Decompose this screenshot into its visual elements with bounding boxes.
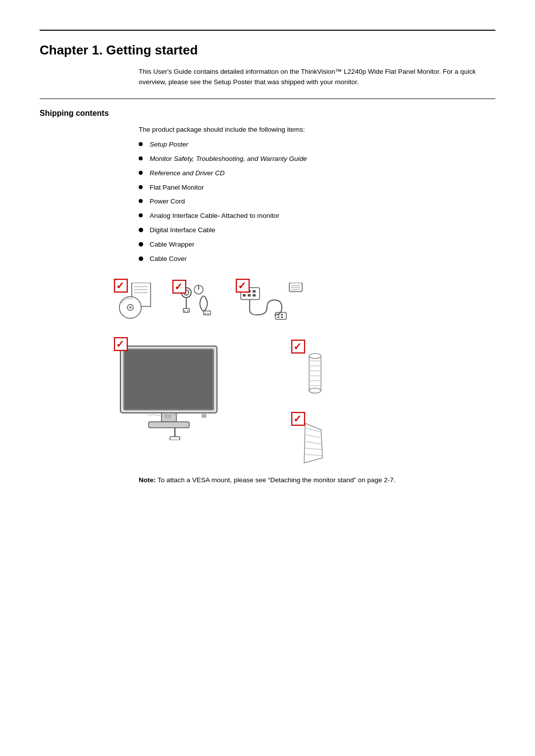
list-item: Flat Panel Monitor: [139, 183, 495, 193]
svg-rect-36: [281, 316, 283, 318]
bottom-row: ✓: [114, 337, 330, 465]
chapter-heading: Chapter 1. Getting started: [40, 43, 495, 58]
list-item: Digital Interface Cable: [139, 226, 495, 235]
top-row-items: ✓: [114, 279, 304, 322]
svg-text:✓: ✓: [293, 413, 302, 424]
svg-rect-50: [202, 414, 206, 417]
shipping-intro: The product package should include the f…: [139, 126, 495, 133]
svg-rect-28: [243, 294, 246, 297]
bullet-icon: [139, 199, 143, 203]
svg-text:✓: ✓: [238, 280, 246, 291]
bullet-icon: [139, 228, 143, 232]
svg-line-68: [306, 442, 321, 444]
bullet-icon: [139, 242, 143, 247]
list-item: Reference and Driver CD: [139, 169, 495, 178]
svg-line-70: [305, 454, 322, 455]
shipping-items-list: Setup Poster Monitor Safety, Troubleshoo…: [139, 140, 495, 264]
note-section: Note: To attach a VESA mount, please see…: [139, 475, 495, 486]
checkbox-icon: ✓: [114, 337, 128, 351]
svg-rect-49: [170, 437, 180, 440]
note-body: To attach a VESA mount, please see “Deta…: [156, 476, 396, 484]
svg-rect-14: [183, 308, 189, 312]
svg-text:✓: ✓: [174, 281, 183, 292]
svg-rect-35: [277, 316, 279, 318]
bullet-icon: [139, 156, 143, 160]
intro-paragraph: This User's Guide contains detailed info…: [139, 67, 495, 88]
bullet-icon: [139, 256, 143, 261]
monitor-icon: |O|: [118, 341, 232, 440]
connectors-group: ✓: [236, 279, 304, 322]
item-text: Digital Interface Cable: [150, 226, 215, 235]
svg-rect-33: [277, 314, 279, 315]
right-items: ✓: [291, 340, 330, 465]
item-text: Reference and Driver CD: [150, 169, 225, 178]
checkbox-icon: ✓: [114, 279, 128, 293]
svg-rect-45: [125, 350, 213, 409]
svg-rect-27: [253, 290, 256, 293]
svg-rect-29: [248, 294, 251, 297]
list-item: Setup Poster: [139, 140, 495, 150]
svg-rect-19: [204, 311, 211, 315]
cables-group: ✓: [172, 280, 216, 321]
svg-text:✓: ✓: [293, 341, 302, 352]
page-container: Chapter 1. Getting started This User's G…: [0, 30, 535, 756]
item-text: Cable Wrapper: [150, 240, 195, 250]
cable-wrapper-group: ✓: [295, 344, 330, 398]
svg-point-54: [309, 353, 321, 358]
cable-wrapper-icon: [300, 349, 330, 398]
checkbox-icon: ✓: [236, 279, 250, 293]
svg-rect-37: [289, 283, 302, 292]
item-text: Power Cord: [150, 197, 185, 206]
svg-rect-34: [281, 314, 283, 315]
monitor-group: ✓: [118, 341, 232, 440]
note-bold: Note:: [139, 476, 156, 484]
item-text: Cable Cover: [150, 254, 187, 264]
list-item: Cable Wrapper: [139, 240, 495, 250]
list-item: Cable Cover: [139, 254, 495, 264]
cable-cover-group: ✓: [295, 416, 330, 465]
bullet-icon: [139, 185, 143, 189]
svg-text:✓: ✓: [116, 280, 124, 291]
item-text: Analog Interface Cable- Attached to moni…: [150, 211, 279, 221]
svg-rect-47: [149, 422, 189, 428]
note-text: Note: To attach a VESA mount, please see…: [139, 475, 495, 486]
cable-cover-icon: [300, 421, 327, 465]
svg-point-57: [309, 388, 321, 393]
bullet-icon: [139, 213, 143, 217]
list-item: Analog Interface Cable- Attached to moni…: [139, 211, 495, 221]
item-text: Monitor Safety, Troubleshooting, and War…: [150, 154, 307, 164]
cd-group: ✓: [114, 279, 153, 322]
illustration-area: ✓: [114, 279, 495, 465]
checkbox-icon: ✓: [291, 412, 305, 426]
svg-line-69: [305, 448, 321, 450]
list-item: Power Cord: [139, 197, 495, 206]
top-rule: [40, 30, 495, 31]
checkbox-icon: ✓: [291, 340, 305, 353]
section-heading: Shipping contents: [40, 109, 495, 118]
svg-rect-30: [253, 294, 256, 297]
svg-rect-32: [275, 312, 286, 319]
section-divider: [40, 99, 495, 99]
bullet-icon: [139, 142, 143, 146]
item-text: Flat Panel Monitor: [150, 183, 204, 193]
svg-point-8: [129, 306, 132, 308]
item-text: Setup Poster: [150, 140, 188, 150]
checkbox-icon: ✓: [172, 280, 186, 294]
list-item: Monitor Safety, Troubleshooting, and War…: [139, 154, 495, 164]
svg-text:✓: ✓: [116, 339, 124, 350]
bullet-icon: [139, 171, 143, 175]
svg-line-67: [306, 435, 321, 438]
